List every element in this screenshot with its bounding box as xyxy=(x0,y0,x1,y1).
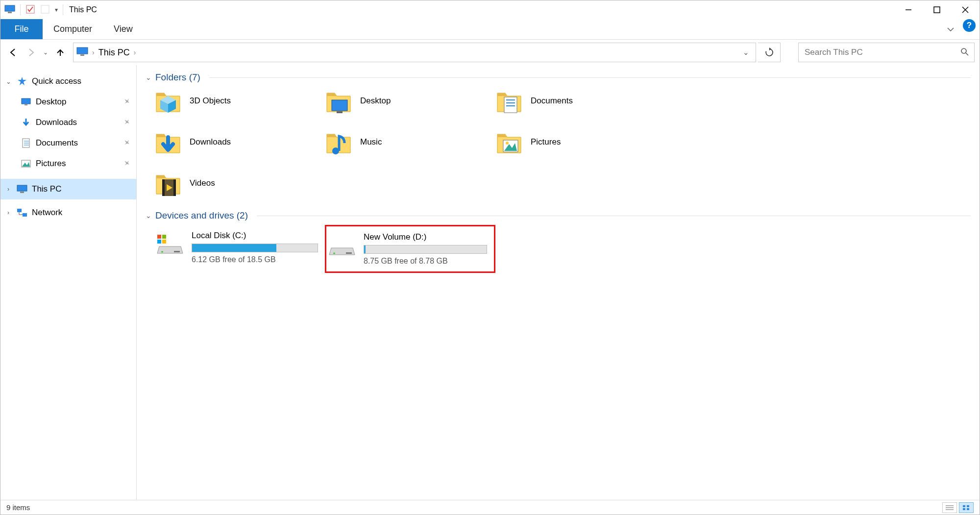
this-pc-icon xyxy=(4,5,15,15)
tab-computer[interactable]: Computer xyxy=(43,19,103,39)
section-title: Devices and drives (2) xyxy=(155,210,248,221)
svg-rect-55 xyxy=(967,508,969,510)
tab-view[interactable]: View xyxy=(103,19,144,39)
svg-rect-3 xyxy=(41,5,49,13)
refresh-button[interactable] xyxy=(758,43,781,62)
maximize-button[interactable] xyxy=(923,0,951,19)
body: ⌄ Quick access DesktopDownloadsDocuments… xyxy=(0,65,980,500)
address-bar[interactable]: › This PC › ⌄ xyxy=(73,43,756,62)
navitem-label: Desktop xyxy=(36,97,66,107)
window-title: This PC xyxy=(69,5,97,14)
svg-rect-54 xyxy=(963,508,965,510)
drive-label: New Volume (D:) xyxy=(364,232,487,242)
content-pane: ⌄ Folders (7) 3D ObjectsDesktopDocuments… xyxy=(137,65,980,500)
this-pc-icon xyxy=(16,185,28,194)
help-button[interactable]: ? xyxy=(963,19,976,32)
quick-access-toolbar: ▾ xyxy=(4,4,63,16)
up-button[interactable] xyxy=(52,44,68,61)
chevron-right-icon[interactable]: › xyxy=(92,49,95,56)
status-bar: 9 items xyxy=(0,500,980,515)
properties-icon[interactable] xyxy=(25,4,35,16)
chevron-right-icon[interactable]: › xyxy=(4,209,12,216)
usage-bar xyxy=(192,244,318,252)
ribbon: File Computer View ? xyxy=(0,19,980,40)
svg-rect-20 xyxy=(17,185,27,191)
qat-dropdown-icon[interactable]: ▾ xyxy=(55,6,58,13)
navitem-documents[interactable]: Documents xyxy=(0,133,136,153)
navitem-label: Downloads xyxy=(36,118,77,127)
folder-label: 3D Objects xyxy=(190,96,231,106)
svg-point-47 xyxy=(333,253,335,254)
ribbon-expand-icon[interactable] xyxy=(942,19,959,39)
svg-rect-1 xyxy=(8,12,12,13)
chevron-right-icon[interactable]: › xyxy=(134,49,136,56)
navitem-downloads[interactable]: Downloads xyxy=(0,112,136,133)
drive-label: Local Disk (C:) xyxy=(192,231,318,241)
svg-point-10 xyxy=(961,49,966,53)
breadcrumb-this-pc[interactable]: This PC xyxy=(98,48,130,58)
navitem-quick-access[interactable]: ⌄ Quick access xyxy=(0,71,136,92)
section-header-drives[interactable]: ⌄ Devices and drives (2) xyxy=(146,210,971,221)
drive-local-disk-c-[interactable]: Local Disk (C:)6.12 GB free of 18.5 GB xyxy=(154,225,325,273)
folder-pictures[interactable]: Pictures xyxy=(495,128,661,156)
svg-rect-53 xyxy=(967,505,969,507)
svg-rect-0 xyxy=(5,5,15,11)
forward-button[interactable] xyxy=(23,44,39,61)
folder-label: Videos xyxy=(190,178,215,188)
svg-rect-27 xyxy=(332,100,347,111)
search-input[interactable] xyxy=(804,47,960,58)
navitem-label: This PC xyxy=(32,184,61,194)
chevron-down-icon: ⌄ xyxy=(146,74,151,81)
navitem-label: Quick access xyxy=(32,76,81,86)
pin-icon xyxy=(123,159,130,169)
folder-3d-objects[interactable]: 3D Objects xyxy=(154,87,320,115)
desktop-icon xyxy=(20,98,32,106)
navigation-bar: ⌄ › This PC › ⌄ xyxy=(0,40,980,65)
navitem-this-pc[interactable]: › This PC xyxy=(0,179,136,199)
recent-locations-button[interactable]: ⌄ xyxy=(41,44,50,61)
star-icon xyxy=(16,76,28,86)
back-button[interactable] xyxy=(5,44,21,61)
separator xyxy=(63,4,63,15)
address-dropdown-icon[interactable]: ⌄ xyxy=(739,48,753,57)
details-view-button[interactable] xyxy=(942,502,957,513)
svg-rect-43 xyxy=(157,240,161,244)
svg-rect-21 xyxy=(20,192,24,193)
downloads-icon xyxy=(20,118,32,127)
desktop-folder-icon xyxy=(325,87,352,115)
folder-music[interactable]: Music xyxy=(325,128,490,156)
network-icon xyxy=(16,208,28,217)
minimize-button[interactable] xyxy=(894,0,923,19)
explorer-window: ▾ This PC File Computer View ? ⌄ › This … xyxy=(0,0,980,515)
large-icons-view-button[interactable] xyxy=(959,502,974,513)
folder-documents[interactable]: Documents xyxy=(495,87,661,115)
new-folder-icon[interactable] xyxy=(40,4,50,16)
section-title: Folders (7) xyxy=(155,72,200,83)
chevron-right-icon[interactable]: › xyxy=(4,186,12,193)
file-tab[interactable]: File xyxy=(0,19,43,39)
folder-downloads[interactable]: Downloads xyxy=(154,128,320,156)
chevron-down-icon: ⌄ xyxy=(146,212,151,220)
this-pc-icon xyxy=(76,47,88,59)
svg-rect-23 xyxy=(23,213,27,217)
drive-grid: Local Disk (C:)6.12 GB free of 18.5 GBNe… xyxy=(154,225,971,273)
navitem-network[interactable]: › Network xyxy=(0,202,136,223)
pin-icon xyxy=(123,138,130,148)
navitem-desktop[interactable]: Desktop xyxy=(0,92,136,112)
section-header-folders[interactable]: ⌄ Folders (7) xyxy=(146,72,971,83)
drive-icon xyxy=(328,235,356,258)
close-button[interactable] xyxy=(951,0,980,19)
navitem-pictures[interactable]: Pictures xyxy=(0,153,136,174)
folder-videos[interactable]: Videos xyxy=(154,169,320,197)
drive-free-text: 6.12 GB free of 18.5 GB xyxy=(192,255,318,264)
search-icon xyxy=(960,48,969,58)
folder-desktop[interactable]: Desktop xyxy=(325,87,490,115)
folder-label: Downloads xyxy=(190,137,231,147)
drive-new-volume-d-[interactable]: New Volume (D:)8.75 GB free of 8.78 GB xyxy=(325,225,495,273)
search-box[interactable] xyxy=(798,43,975,62)
chevron-down-icon[interactable]: ⌄ xyxy=(4,78,12,85)
pin-icon xyxy=(123,97,130,107)
svg-rect-28 xyxy=(337,111,343,113)
svg-rect-41 xyxy=(157,235,161,239)
folder-label: Desktop xyxy=(360,96,391,106)
